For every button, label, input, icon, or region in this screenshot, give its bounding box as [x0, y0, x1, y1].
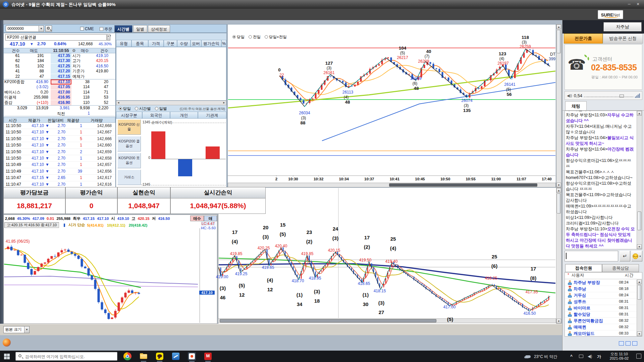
tab-time[interactable]: 시간별 — [114, 25, 132, 33]
start-button[interactable] — [4, 354, 10, 359]
orders-col-5[interactable]: 오버 — [191, 40, 201, 47]
chat-input[interactable] — [565, 251, 618, 261]
radio-icon[interactable] — [155, 107, 158, 110]
m-app-icon[interactable]: M — [204, 352, 212, 360]
right-scrollbar-bottom[interactable]: ▲▼ — [556, 188, 561, 324]
period-radio-1[interactable]: 전일 — [249, 35, 261, 39]
combo-dropdown-icon[interactable]: ▼ — [39, 26, 44, 32]
orders-col-1[interactable]: 종목 — [131, 40, 148, 47]
market-item-2[interactable]: KOSPI200 풋옵션 — [117, 153, 141, 168]
scroll-right-icon[interactable]: ► — [223, 101, 225, 104]
intraday-chart-h-scrollbar[interactable] — [228, 183, 556, 187]
trade-row[interactable]: 11:10:50417.10▼2.701142,667 — [4, 129, 115, 135]
orders-h-scrollbar[interactable]: ◄ ► — [116, 101, 226, 105]
orders-col-3[interactable]: 구분 — [164, 40, 177, 47]
symbol-search-button[interactable] — [45, 25, 52, 32]
radio-icon[interactable] — [232, 35, 236, 39]
trade-row[interactable]: 11:10:50417.10▼2.701142,660 — [4, 142, 115, 148]
footer-window-icon[interactable] — [626, 341, 631, 346]
desktop-app-icon[interactable] — [3, 339, 11, 347]
original-size-combo[interactable]: 원본 크기 ▼ — [3, 326, 30, 333]
ask-row[interactable]: 51102417.25저가416.50 — [4, 64, 115, 69]
radio-icon[interactable] — [249, 35, 252, 39]
notification-center-icon[interactable] — [636, 354, 641, 359]
user-list-scrollbar[interactable]: ▲▼ — [637, 280, 642, 336]
name-spinner[interactable]: ▲▼ — [107, 34, 110, 41]
trade-row[interactable]: 11:10:50417.10▼2.705142,666 — [4, 136, 115, 142]
ask-row[interactable]: 2247417.15예체가 — [4, 74, 115, 79]
speaker-icon[interactable]: ◀) — [588, 354, 592, 359]
network-icon[interactable] — [579, 355, 583, 358]
expert-name-button[interactable]: 차주남 — [603, 22, 642, 32]
trade-row[interactable]: 11:10:50417.10▼2.701142,658 — [4, 155, 115, 162]
user-row[interactable]: 매매퀸08:32 — [565, 324, 637, 330]
cme-checkbox-box[interactable] — [80, 27, 84, 31]
buy-button[interactable]: 매수 — [190, 216, 204, 221]
market-item-1[interactable]: KOSPI200 콜옵션 — [117, 136, 141, 152]
emoji-button[interactable]: >ᴗ< ▼ — [631, 251, 642, 261]
symbol-name-field[interactable]: KP200 선물연결 — [5, 34, 107, 41]
tab-chat[interactable]: 채팅 — [565, 101, 587, 111]
orders-col-6[interactable]: 평가손익 — [201, 40, 221, 47]
tab-online-users[interactable]: 접속인원 — [565, 264, 602, 272]
minimize-button[interactable]: ─ — [626, 1, 633, 7]
user-row[interactable]: 푸른언덕황금집08:32 — [565, 318, 637, 324]
tab-stock-consult[interactable]: 종목상담 — [602, 264, 639, 272]
footer-window-icon[interactable] — [632, 341, 637, 346]
weather-text[interactable]: 23°C 비 약간 — [534, 354, 557, 360]
orders-col-7[interactable]: % — [221, 40, 226, 47]
bid-price[interactable]: 417.00 — [51, 90, 71, 95]
tab-daily[interactable]: 일별 — [133, 25, 147, 33]
trade-row[interactable]: 11:10:47417.10▼2.701142,616 — [4, 181, 115, 187]
ask-price[interactable]: 417.15 — [51, 74, 71, 79]
bid-row[interactable]: 미결제255,988416.9511853 — [4, 95, 115, 100]
trade-row[interactable]: 11:10:49417.10▼2.701142,657 — [4, 162, 115, 168]
volume-slider[interactable] — [584, 94, 633, 97]
user-row[interactable]: 차주남 부방장08:24 — [565, 280, 637, 286]
tab-coupon[interactable]: 방송쿠폰 신청 — [603, 34, 643, 44]
ime-indicator[interactable]: 가 — [597, 354, 601, 360]
bid-price[interactable]: 416.95 — [51, 95, 71, 100]
kakaotalk-icon[interactable] — [156, 352, 164, 360]
cme-checkbox[interactable]: CME — [80, 26, 94, 31]
user-row[interactable]: 할수있당08:31 — [565, 311, 637, 318]
volume-control[interactable]: ◀)) 0,54 — [565, 91, 642, 100]
flows-radio-0[interactable]: 당일 — [119, 107, 131, 111]
user-row[interactable]: 거두심08:24 — [565, 292, 637, 299]
settings-gear-icon[interactable]: ⚙ — [72, 48, 77, 53]
ask-price[interactable]: 417.35 — [51, 53, 71, 58]
trade-row[interactable]: 11:10:47417.15▼2.651142,617 — [4, 175, 115, 181]
tick-chart-h-scrollbar[interactable] — [218, 318, 556, 323]
scrollbar-thumb[interactable] — [389, 183, 537, 187]
tab-detail[interactable]: 상세정보 — [148, 25, 170, 33]
flows-radio-1[interactable]: 시간별 — [135, 107, 151, 111]
chrome-icon[interactable] — [123, 352, 131, 360]
taskbar-search[interactable]: 검색하려면 여기에 입력하십시오. — [15, 352, 117, 361]
footer-window-icon[interactable] — [619, 341, 624, 346]
volume-slider-thumb[interactable] — [620, 95, 624, 98]
ask-row[interactable]: 62184417.30고가420.15 — [4, 58, 115, 63]
radio-icon[interactable] — [135, 107, 138, 110]
radio-icon[interactable] — [265, 35, 268, 39]
bid-row[interactable]: (-3.02)417.0511447 — [4, 84, 115, 89]
flows-col-0[interactable]: 시장구분 — [116, 112, 142, 119]
sell-button[interactable]: 매도 — [204, 216, 217, 221]
flows-col-1[interactable]: 외국인 — [142, 112, 170, 119]
ask-price[interactable]: 417.20 — [51, 69, 71, 74]
flows-col-2[interactable]: 개인 — [170, 112, 198, 119]
order-checkbox-box[interactable] — [100, 27, 103, 31]
period-radio-2[interactable]: 당일+전일 — [265, 35, 287, 39]
file-explorer-icon[interactable] — [140, 352, 148, 360]
chat-send-button[interactable]: ↵ — [620, 251, 630, 261]
surenet-app-icon[interactable] — [188, 352, 196, 360]
clock[interactable]: 오전 11:10 2021-09-02 — [606, 352, 633, 361]
orders-col-4[interactable]: 수량 — [177, 40, 191, 47]
orders-col-2[interactable]: 가격 — [148, 40, 164, 47]
user-row[interactable]: 차주남08:18 — [565, 286, 637, 292]
flows-radio-2[interactable]: 일별 — [155, 107, 167, 111]
order-checkbox[interactable]: 주문 — [100, 26, 112, 32]
ask-price[interactable]: 417.30 — [51, 58, 71, 63]
radio-icon[interactable] — [119, 107, 122, 110]
tab-expert-home[interactable]: 전문가홈 — [564, 34, 603, 44]
user-row[interactable]: 성투쓰08:31 — [565, 299, 637, 305]
